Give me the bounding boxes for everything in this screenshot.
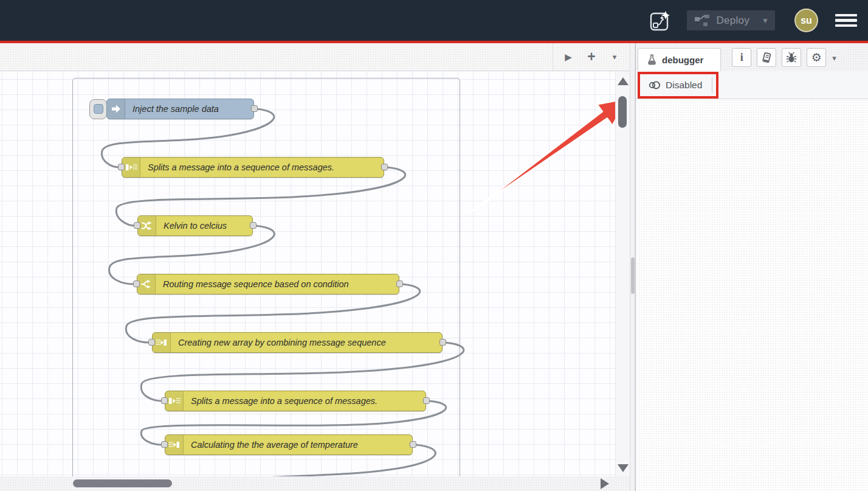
output-port-join1[interactable] bbox=[439, 339, 446, 346]
node-label: Routing message sequence based on condit… bbox=[156, 274, 399, 294]
node-red-app: Deploy ▼ su ▶ + ▾ Inject the sample d bbox=[0, 0, 868, 491]
workspace: ▶ + ▾ Inject the sample dataSplits a mes… bbox=[0, 43, 868, 491]
node-label: Kelvin to celcius bbox=[156, 216, 252, 235]
sidebar-tab-label: debugger bbox=[662, 55, 703, 65]
bug-icon bbox=[785, 52, 797, 64]
split-icon bbox=[122, 158, 140, 177]
vertical-scrollbar-thumb[interactable] bbox=[618, 96, 627, 128]
horizontal-scrollbar-thumb[interactable] bbox=[73, 479, 172, 487]
settings-button[interactable]: ⚙ bbox=[807, 48, 826, 67]
output-port-split1[interactable] bbox=[381, 164, 388, 170]
flow-node-switch1[interactable]: Routing message sequence based on condit… bbox=[137, 274, 399, 294]
book-icon bbox=[760, 52, 773, 64]
output-port-split2[interactable] bbox=[423, 397, 430, 404]
user-avatar[interactable]: su bbox=[794, 9, 818, 32]
input-port-split1[interactable] bbox=[118, 164, 125, 170]
output-port-join2[interactable] bbox=[410, 441, 416, 448]
toolbar-separator bbox=[712, 77, 712, 93]
scroll-up-icon[interactable] bbox=[618, 77, 629, 85]
disabled-label: Disabled bbox=[666, 80, 702, 91]
canvas-column: ▶ + ▾ Inject the sample dataSplits a mes… bbox=[0, 43, 630, 491]
annotation-red-line bbox=[0, 41, 868, 43]
change-icon bbox=[138, 216, 156, 235]
node-label: Splits a message into a sequence of mess… bbox=[184, 391, 425, 411]
right-sidebar: debugger i bbox=[635, 43, 868, 491]
input-port-join1[interactable] bbox=[148, 339, 155, 346]
scroll-tabs-right-button[interactable]: ▶ bbox=[558, 43, 579, 71]
inject-trigger-inner bbox=[94, 104, 103, 114]
deploy-icon bbox=[694, 14, 710, 27]
scroll-down-icon[interactable] bbox=[618, 464, 629, 472]
flow-node-inject[interactable]: Inject the sample data bbox=[106, 99, 254, 119]
input-port-join2[interactable] bbox=[161, 441, 168, 448]
info-icon: i bbox=[740, 51, 743, 64]
hamburger-bar bbox=[835, 14, 857, 17]
join-icon bbox=[153, 333, 171, 352]
input-port-change1[interactable] bbox=[134, 222, 140, 229]
flow-node-split1[interactable]: Splits a message into a sequence of mess… bbox=[122, 157, 384, 178]
deploy-button[interactable]: Deploy ▼ bbox=[687, 10, 775, 30]
debug-toolbar: Disabled bbox=[636, 71, 868, 99]
annotation-red-box: Disabled bbox=[638, 72, 718, 99]
add-flow-button[interactable]: + bbox=[581, 43, 602, 71]
canvas-horizontal-scroll-gutter bbox=[0, 476, 630, 491]
tab-controls: ▶ + ▾ bbox=[553, 43, 630, 71]
flow-tab-bar: ▶ + ▾ bbox=[0, 43, 630, 71]
ai-assistant-icon[interactable] bbox=[648, 9, 672, 33]
output-port-change1[interactable] bbox=[250, 222, 257, 229]
inject-trigger-button[interactable] bbox=[89, 99, 107, 119]
flow-node-split2[interactable]: Splits a message into a sequence of mess… bbox=[165, 391, 426, 411]
input-port-split2[interactable] bbox=[161, 397, 168, 404]
list-flows-button[interactable]: ▾ bbox=[604, 43, 625, 71]
debug-panel-content[interactable] bbox=[636, 99, 868, 491]
gear-icon: ⚙ bbox=[811, 52, 822, 63]
node-label: Creating new array by combining message … bbox=[171, 333, 442, 352]
hamburger-bar bbox=[835, 24, 857, 27]
toggle-off-icon bbox=[649, 81, 661, 89]
flow-node-join2[interactable]: Calculating the the average of temperatu… bbox=[165, 434, 413, 455]
sidebar-options-chevron[interactable]: ▾ bbox=[832, 54, 836, 63]
sidebar-header-icons: i bbox=[732, 48, 826, 67]
deploy-chevron-icon[interactable]: ▼ bbox=[762, 16, 769, 25]
debug-messages-button[interactable] bbox=[782, 48, 801, 67]
join-icon bbox=[165, 435, 184, 454]
browser-scrollbar-thumb[interactable] bbox=[631, 257, 635, 294]
ai-flow-sparkle-icon bbox=[648, 9, 672, 33]
disabled-filter-button[interactable]: Disabled bbox=[645, 77, 706, 93]
flask-icon bbox=[647, 54, 657, 66]
help-book-button[interactable] bbox=[757, 48, 776, 67]
scroll-right-icon[interactable] bbox=[601, 478, 609, 489]
flow-node-change1[interactable]: Kelvin to celcius bbox=[137, 215, 253, 236]
sidebar-header: debugger i bbox=[636, 43, 868, 71]
input-port-switch1[interactable] bbox=[133, 280, 140, 287]
hamburger-bar bbox=[835, 19, 857, 22]
flow-canvas[interactable]: Inject the sample dataSplits a message i… bbox=[0, 71, 630, 476]
main-menu-button[interactable] bbox=[835, 14, 857, 27]
canvas-vertical-scroll-gutter bbox=[615, 71, 630, 476]
output-port-inject[interactable] bbox=[251, 105, 258, 112]
app-header: Deploy ▼ su bbox=[0, 0, 868, 41]
annotation-red-arrow bbox=[471, 99, 627, 212]
switch-icon bbox=[137, 274, 156, 294]
node-label: Splits a message into a sequence of mess… bbox=[140, 158, 384, 177]
sidebar-tab-debugger[interactable]: debugger bbox=[638, 48, 721, 71]
flow-node-join1[interactable]: Creating new array by combining message … bbox=[152, 332, 443, 353]
browser-scrollbar bbox=[630, 43, 635, 491]
inject-arrow-icon bbox=[107, 99, 125, 119]
info-button[interactable]: i bbox=[732, 48, 751, 67]
node-label: Inject the sample data bbox=[125, 99, 253, 119]
output-port-switch1[interactable] bbox=[396, 280, 403, 287]
split-icon bbox=[165, 391, 184, 411]
node-label: Calculating the the average of temperatu… bbox=[184, 435, 412, 454]
deploy-label: Deploy bbox=[716, 15, 749, 27]
